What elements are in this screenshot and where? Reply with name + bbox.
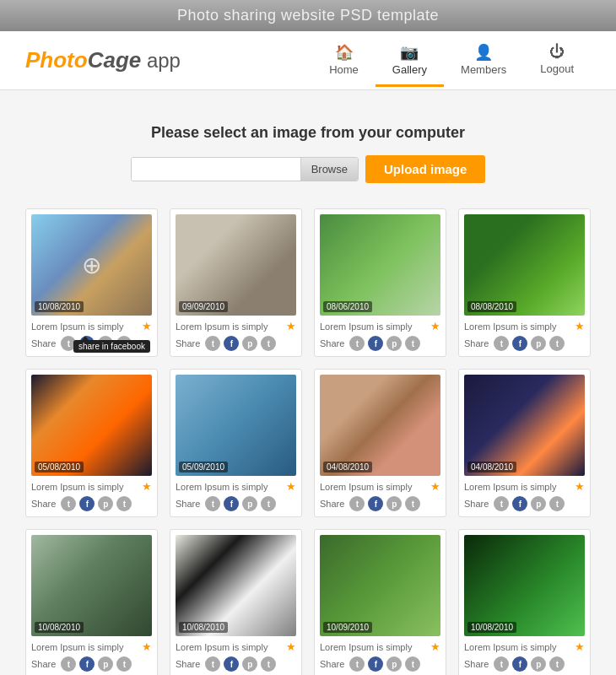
photo-caption-row: Lorem Ipsum is simply★: [464, 320, 585, 332]
star-icon[interactable]: ★: [575, 320, 585, 332]
share-icon-p-2[interactable]: p: [242, 336, 257, 351]
photo-thumbnail[interactable]: 04/08/2010: [464, 375, 585, 476]
share-icon-t-3[interactable]: t: [549, 336, 565, 351]
share-label: Share: [176, 659, 200, 669]
share-row: Sharetfpt: [464, 656, 585, 672]
share-icon-t-0[interactable]: t: [349, 336, 365, 351]
share-icon-f-1[interactable]: f: [368, 496, 383, 511]
nav-logout[interactable]: ⏻ Logout: [523, 35, 591, 86]
photo-thumbnail[interactable]: 08/08/2010: [464, 214, 585, 316]
upload-button[interactable]: Upload image: [365, 155, 485, 183]
photo-thumbnail[interactable]: 08/06/2010: [320, 214, 440, 316]
share-icon-f-1[interactable]: f: [512, 336, 527, 351]
photo-date: 04/08/2010: [467, 462, 516, 472]
star-icon[interactable]: ★: [575, 480, 585, 493]
share-icon-t-0[interactable]: t: [205, 656, 220, 672]
share-label: Share: [320, 659, 344, 669]
share-icon-f-1[interactable]: f: [512, 656, 527, 672]
share-icon-p-2[interactable]: p: [386, 336, 402, 351]
browse-button[interactable]: Browse: [300, 158, 358, 181]
photo-card: 09/09/2010Lorem Ipsum is simply★Sharetfp…: [170, 208, 302, 357]
share-icon-f-1[interactable]: f: [368, 336, 383, 351]
share-icon-p-2[interactable]: p: [531, 656, 546, 672]
share-icon-t-3[interactable]: t: [405, 336, 420, 351]
nav-members[interactable]: 👤 Members: [444, 35, 523, 87]
main-content: Please select an image from your compute…: [0, 90, 616, 675]
share-row: Sharetfpt: [320, 336, 440, 351]
nav-members-label: Members: [461, 63, 506, 76]
share-icon-t-0[interactable]: t: [349, 496, 365, 511]
share-icon-t-3[interactable]: t: [261, 656, 276, 672]
logo-app: app: [141, 49, 181, 72]
photo-thumbnail[interactable]: 10/09/2010: [320, 535, 440, 636]
star-icon[interactable]: ★: [430, 480, 440, 493]
photo-thumbnail[interactable]: 10/08/2010: [464, 535, 585, 636]
photo-card: 04/08/2010Lorem Ipsum is simply★Sharetfp…: [458, 369, 591, 517]
star-icon[interactable]: ★: [286, 640, 296, 653]
photo-caption-row: Lorem Ipsum is simply★: [31, 640, 152, 653]
share-icon-p-2[interactable]: p: [98, 656, 113, 672]
file-text-input[interactable]: [132, 158, 300, 181]
nav-logout-label: Logout: [540, 62, 574, 75]
photo-caption-row: Lorem Ipsum is simply★: [31, 320, 152, 332]
share-label: Share: [176, 338, 200, 348]
star-icon[interactable]: ★: [575, 640, 585, 653]
share-icon-f-1[interactable]: f: [224, 336, 239, 351]
nav-gallery[interactable]: 📷 Gallery: [376, 35, 444, 87]
photo-thumbnail[interactable]: 04/08/2010: [320, 375, 440, 476]
photo-thumbnail[interactable]: 05/08/2010: [31, 375, 152, 476]
share-icon-t-3[interactable]: t: [261, 336, 276, 351]
share-icon-t-3[interactable]: t: [116, 656, 132, 672]
nav-home[interactable]: 🏠 Home: [312, 35, 376, 87]
share-icon-t-0[interactable]: t: [205, 336, 220, 351]
photo-thumbnail[interactable]: 10/08/2010: [31, 535, 152, 636]
share-label: Share: [464, 659, 489, 669]
star-icon[interactable]: ★: [142, 320, 152, 332]
share-icon-t-3[interactable]: t: [549, 496, 565, 511]
photo-thumbnail[interactable]: ⊕10/08/2010: [31, 214, 152, 316]
share-icon-t-3[interactable]: t: [549, 656, 565, 672]
photo-card: 04/08/2010Lorem Ipsum is simply★Sharetfp…: [314, 369, 446, 517]
share-icon-p-2[interactable]: p: [242, 496, 257, 511]
share-row: Sharetfpt: [176, 496, 296, 511]
share-icon-t-3[interactable]: t: [261, 496, 276, 511]
share-row: Sharetfpt: [320, 496, 440, 511]
share-icon-t-0[interactable]: t: [494, 336, 509, 351]
star-icon[interactable]: ★: [286, 320, 296, 332]
share-icon-t-0[interactable]: t: [61, 496, 76, 511]
share-icon-p-2[interactable]: p: [531, 496, 546, 511]
share-icon-t-0[interactable]: t: [494, 496, 509, 511]
share-label: Share: [31, 499, 56, 509]
star-icon[interactable]: ★: [142, 480, 152, 493]
photo-thumbnail[interactable]: 10/08/2010: [176, 535, 296, 636]
share-icon-p-2[interactable]: p: [242, 656, 257, 672]
star-icon[interactable]: ★: [142, 640, 152, 653]
photo-thumbnail[interactable]: 05/09/2010: [176, 375, 296, 476]
share-icon-f-1[interactable]: f: [79, 496, 95, 511]
share-icon-t-3[interactable]: t: [405, 496, 420, 511]
photo-thumbnail[interactable]: 09/09/2010: [176, 214, 296, 316]
share-icon-p-2[interactable]: p: [386, 496, 402, 511]
share-icon-t-0[interactable]: t: [205, 496, 220, 511]
share-icon-t-0[interactable]: t: [494, 656, 509, 672]
share-icon-p-2[interactable]: p: [386, 656, 402, 672]
star-icon[interactable]: ★: [286, 480, 296, 493]
share-icon-p-2[interactable]: p: [98, 496, 113, 511]
star-icon[interactable]: ★: [430, 640, 440, 653]
share-icon-f-1[interactable]: f: [368, 656, 383, 672]
share-icon-t-3[interactable]: t: [116, 496, 132, 511]
photo-caption-text: Lorem Ipsum is simply: [176, 321, 286, 332]
share-icon-f-1[interactable]: f: [224, 496, 239, 511]
star-icon[interactable]: ★: [430, 320, 440, 332]
share-icon-p-2[interactable]: p: [531, 336, 546, 351]
upload-form: Browse Upload image: [25, 155, 591, 183]
share-icon-f-1[interactable]: f: [79, 656, 95, 672]
photo-caption-text: Lorem Ipsum is simply: [464, 321, 575, 332]
photo-card: 08/08/2010Lorem Ipsum is simply★Sharetfp…: [458, 208, 591, 357]
share-icon-t-3[interactable]: t: [405, 656, 420, 672]
share-icon-f-1[interactable]: f: [512, 496, 527, 511]
share-icon-t-0[interactable]: t: [61, 656, 76, 672]
photo-date: 10/08/2010: [179, 622, 228, 633]
share-icon-t-0[interactable]: t: [349, 656, 365, 672]
share-icon-f-1[interactable]: f: [224, 656, 239, 672]
